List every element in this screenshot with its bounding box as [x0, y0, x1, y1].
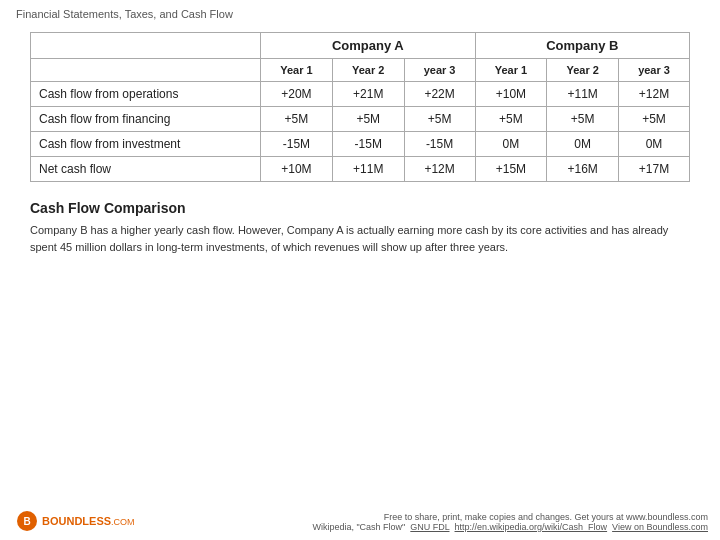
- data-cell: +5M: [261, 107, 333, 132]
- data-cell: +16M: [547, 157, 619, 182]
- footer-free-text: Free to share, print, make copies and ch…: [384, 512, 708, 522]
- data-cell: -15M: [332, 132, 404, 157]
- data-cell: +10M: [261, 157, 333, 182]
- data-cell: +20M: [261, 82, 333, 107]
- logo-text: BOUNDLESS.COM: [42, 515, 135, 527]
- logo-area: B BOUNDLESS.COM: [16, 510, 135, 532]
- row-label-cell: Cash flow from financing: [31, 107, 261, 132]
- data-cell: +5M: [404, 107, 475, 132]
- boundless-logo-icon: B: [16, 510, 38, 532]
- row-label-cell: Cash flow from investment: [31, 132, 261, 157]
- row-label-cell: Net cash flow: [31, 157, 261, 182]
- b-year3-header: year 3: [619, 59, 690, 82]
- data-cell: +15M: [475, 157, 547, 182]
- a-year1-header: Year 1: [261, 59, 333, 82]
- svg-text:B: B: [23, 516, 30, 527]
- data-cell: +22M: [404, 82, 475, 107]
- b-year2-header: Year 2: [547, 59, 619, 82]
- page-title: Financial Statements, Taxes, and Cash Fl…: [16, 8, 233, 20]
- table-row: Cash flow from financing+5M+5M+5M+5M+5M+…: [31, 107, 690, 132]
- footer-view-link[interactable]: View on Boundless.com: [612, 522, 708, 532]
- data-cell: -15M: [404, 132, 475, 157]
- sub-corner-cell: [31, 59, 261, 82]
- table-row: Cash flow from operations+20M+21M+22M+10…: [31, 82, 690, 107]
- footer-wiki-link[interactable]: http://en.wikipedia.org/wiki/Cash_Flow: [455, 522, 608, 532]
- data-cell: +5M: [547, 107, 619, 132]
- section-title: Cash Flow Comparison: [30, 200, 690, 216]
- data-cell: +11M: [332, 157, 404, 182]
- data-cell: +17M: [619, 157, 690, 182]
- footer-area: Free to share, print, make copies and ch…: [312, 512, 708, 532]
- data-cell: 0M: [547, 132, 619, 157]
- data-cell: +5M: [619, 107, 690, 132]
- data-cell: 0M: [619, 132, 690, 157]
- data-cell: +5M: [475, 107, 547, 132]
- table-row: Cash flow from investment-15M-15M-15M0M0…: [31, 132, 690, 157]
- company-a-header: Company A: [261, 33, 475, 59]
- data-cell: +12M: [619, 82, 690, 107]
- data-cell: +11M: [547, 82, 619, 107]
- cash-flow-table: Company A Company B Year 1 Year 2 year 3…: [30, 32, 690, 182]
- a-year2-header: Year 2: [332, 59, 404, 82]
- footer-gnu-link[interactable]: GNU FDL: [410, 522, 449, 532]
- data-cell: +21M: [332, 82, 404, 107]
- data-cell: +12M: [404, 157, 475, 182]
- data-cell: -15M: [261, 132, 333, 157]
- company-b-header: Company B: [475, 33, 690, 59]
- section-description: Company B has a higher yearly cash flow.…: [30, 222, 690, 255]
- data-cell: +5M: [332, 107, 404, 132]
- corner-cell: [31, 33, 261, 59]
- a-year3-header: year 3: [404, 59, 475, 82]
- table-row: Net cash flow+10M+11M+12M+15M+16M+17M: [31, 157, 690, 182]
- row-label-cell: Cash flow from operations: [31, 82, 261, 107]
- footer-wiki-label: Wikipedia, "Cash Flow": [312, 522, 405, 532]
- data-cell: +10M: [475, 82, 547, 107]
- data-cell: 0M: [475, 132, 547, 157]
- b-year1-header: Year 1: [475, 59, 547, 82]
